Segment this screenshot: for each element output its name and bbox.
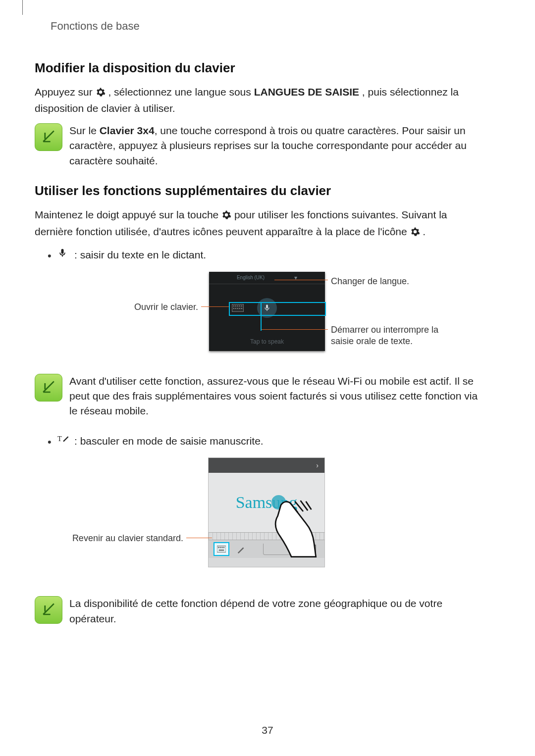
gear-icon (410, 226, 420, 241)
callout-line (262, 329, 328, 330)
handwriting-figure: › Samsung (35, 457, 485, 576)
text: Appuyez sur (35, 86, 96, 98)
bullet-dot-icon: • (48, 437, 54, 448)
callout-change-language: Changer de langue. (331, 276, 409, 287)
hand-icon (265, 490, 320, 559)
gear-icon (96, 86, 106, 101)
bullet-mic: • : saisir du texte en le dictant. (48, 248, 485, 262)
chevron-right-icon: › (316, 461, 319, 469)
svg-rect-4 (219, 547, 221, 549)
note-icon (35, 374, 62, 402)
text: Sur le (69, 125, 100, 136)
page-number: 37 (0, 724, 535, 736)
bullet-text: : saisir du texte en le dictant. (74, 248, 485, 262)
callout-return-keyboard: Revenir au clavier standard. (69, 533, 183, 544)
section1-title: Modifier la disposition du clavier (35, 60, 485, 76)
callout-line (186, 538, 212, 538)
keyboard-button (214, 542, 229, 556)
breadcrumb: Fonctions de base (51, 20, 485, 33)
voice-figure: English (UK) ▾ Tap to speak Ouvrir le cl… (35, 272, 485, 361)
voice-mid (209, 284, 325, 332)
text: , sélectionnez une langue sous (108, 86, 254, 98)
callout-start-stop-voice: Démarrer ou interrompre la saisie orale … (331, 324, 460, 348)
section2-title: Utiliser les fonctions supplémentaires d… (35, 183, 485, 199)
svg-rect-5 (221, 547, 223, 549)
stylus-button (234, 543, 248, 555)
svg-text:T: T (57, 435, 62, 443)
hw-topbar: › (209, 458, 324, 473)
bullet-dot-icon: • (48, 251, 54, 261)
voice-language-label: English (UK) (237, 275, 265, 280)
section2-note-availability: La disponibilité de cette fonction dépen… (69, 596, 485, 626)
hw-write-area: Samsung (209, 473, 324, 532)
section2-note-wifi: Avant d'utiliser cette fonction, assurez… (69, 374, 485, 419)
callout-line (201, 306, 229, 307)
focus-ring (261, 302, 262, 331)
voice-topbar: English (UK) ▾ (209, 272, 325, 284)
callout-open-keyboard: Ouvrir le clavier. (104, 302, 198, 313)
handwriting-panel: › Samsung (208, 457, 325, 567)
text: . (423, 226, 426, 237)
voice-panel: English (UK) ▾ Tap to speak (209, 272, 325, 351)
handwriting-icon: T (57, 434, 71, 446)
bullet-handwriting: • T : basculer en mode de saisie manuscr… (48, 434, 485, 449)
top-rule (22, 0, 23, 15)
focus-ring (229, 302, 326, 316)
bold-text: Clavier 3x4 (100, 125, 155, 136)
section2-paragraph: Maintenez le doigt appuyé sur la touche … (35, 207, 485, 241)
bullet-text: : basculer en mode de saisie manuscrite. (74, 434, 485, 449)
section1-note: Sur le Clavier 3x4, une touche correspon… (69, 123, 485, 168)
callout-line (274, 280, 328, 280)
voice-bottom-text: Tap to speak (209, 332, 325, 352)
note-icon (35, 123, 62, 151)
mic-icon (57, 248, 71, 261)
section1-paragraph: Appuyez sur , sélectionnez une langue so… (35, 85, 485, 116)
gear-icon (221, 209, 231, 224)
text: Maintenez le doigt appuyé sur la touche (35, 209, 221, 220)
bold-text: LANGUES DE SAISIE (254, 86, 359, 98)
note-icon (35, 596, 62, 624)
svg-rect-7 (219, 550, 224, 551)
svg-rect-6 (223, 547, 225, 549)
svg-rect-3 (218, 547, 219, 549)
